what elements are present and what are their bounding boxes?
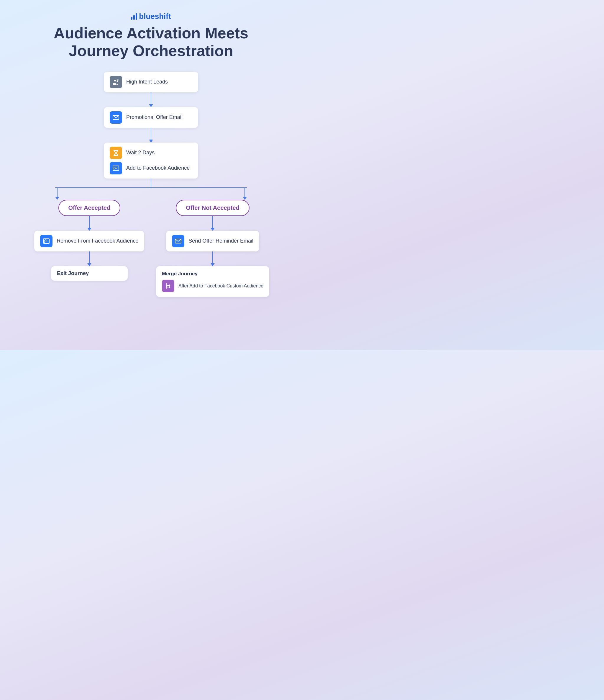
remove-fb-node: Remove From Facebook Audience [34, 231, 144, 251]
svg-line-11 [46, 239, 47, 241]
arrow-to-merge [211, 251, 215, 266]
logo: blueshift [54, 12, 248, 21]
offer-accepted-label: Offer Accepted [69, 204, 111, 211]
flowchart: High Intent Leads Promotional Offer Emai… [6, 72, 296, 297]
promo-email-node: Promotional Offer Email [104, 107, 198, 128]
page-title: Audience Activation Meets Journey Orches… [54, 25, 248, 60]
email-icon-svg [112, 114, 120, 121]
after-fb-row: After Add to Facebook Custom Audience [162, 280, 263, 292]
logo-text: blueshift [139, 12, 171, 21]
merge-journey-node: Merge Journey After Add to Facebook Cust… [156, 266, 269, 297]
exit-journey-node: Exit Journey [51, 266, 128, 281]
offer-not-accepted-label: Offer Not Accepted [186, 204, 239, 211]
merge-icon-svg [164, 282, 172, 290]
left-drop [55, 188, 59, 200]
wait-icon-svg [112, 149, 120, 156]
email-icon [110, 111, 122, 124]
merge-icon [162, 280, 174, 292]
arrow-accepted [87, 216, 91, 231]
add-fb-row: Add to Facebook Audience [110, 162, 192, 174]
svg-rect-2 [117, 79, 119, 80]
remove-fb-icon [40, 235, 52, 247]
merge-journey-title: Merge Journey [162, 271, 263, 277]
wait-icon [110, 147, 122, 159]
segment-icon-svg [112, 78, 120, 85]
decision-row: Offer Accepted Remove From Facebook Au [28, 200, 274, 297]
remove-fb-icon-svg [43, 238, 50, 245]
add-fb-icon [110, 162, 122, 174]
send-reminder-icon-svg [175, 238, 182, 245]
offer-accepted-node: Offer Accepted [58, 200, 121, 216]
svg-point-1 [117, 80, 118, 82]
drop-lines [55, 188, 246, 200]
logo-bar-2 [133, 15, 135, 20]
promo-email-label: Promotional Offer Email [126, 114, 183, 120]
add-fb-label: Add to Facebook Audience [126, 165, 190, 171]
right-drop [243, 188, 247, 200]
remove-fb-label: Remove From Facebook Audience [57, 238, 138, 244]
arrow-1 [149, 92, 153, 107]
col-offer-not-accepted: Offer Not Accepted Send Offer Reminder E… [151, 200, 274, 297]
send-reminder-node: Send Offer Reminder Email [166, 231, 259, 251]
offer-not-accepted-node: Offer Not Accepted [176, 200, 250, 216]
branch-connector [6, 178, 296, 200]
svg-rect-5 [113, 155, 118, 156]
wait-row: Wait 2 Days [110, 147, 192, 159]
add-fb-icon-svg [112, 165, 120, 172]
wait-label: Wait 2 Days [126, 150, 155, 156]
segment-icon [110, 76, 122, 88]
send-reminder-label: Send Offer Reminder Email [188, 238, 253, 244]
arrow-not-accepted [211, 216, 215, 231]
arrow-to-exit [87, 251, 91, 266]
send-reminder-icon [172, 235, 184, 247]
group-wait-fb: Wait 2 Days Add to Facebook Audience [104, 143, 198, 178]
logo-bar-1 [131, 17, 132, 20]
logo-bar-3 [136, 13, 137, 20]
svg-rect-4 [113, 150, 118, 151]
page-header: blueshift Audience Activation Meets Jour… [54, 12, 248, 60]
arrow-2 [149, 128, 153, 143]
svg-point-0 [114, 80, 116, 81]
high-intent-label: High Intent Leads [126, 79, 168, 85]
after-fb-label: After Add to Facebook Custom Audience [178, 283, 263, 289]
exit-journey-label: Exit Journey [57, 270, 89, 276]
col-offer-accepted: Offer Accepted Remove From Facebook Au [28, 200, 151, 281]
logo-bars-icon [131, 13, 137, 20]
high-intent-node: High Intent Leads [104, 72, 198, 92]
